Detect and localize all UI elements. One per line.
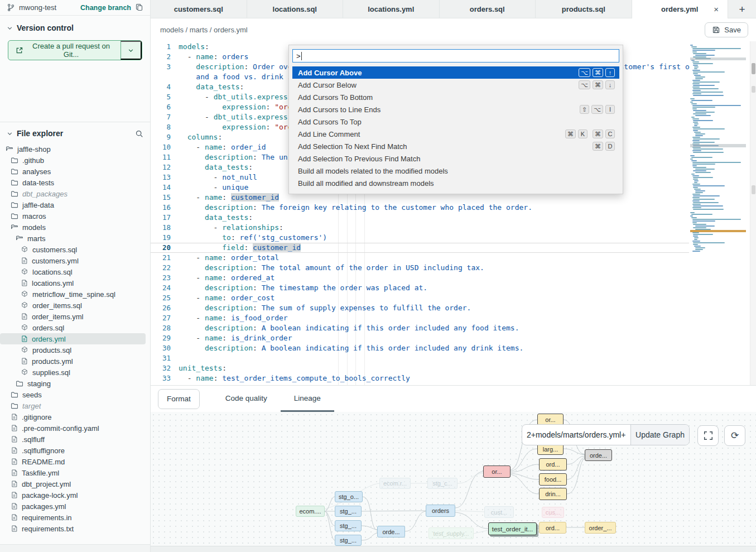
file-.gitignore[interactable]: .gitignore [0, 411, 146, 423]
chevron-down-icon[interactable] [7, 131, 13, 137]
lineage-node-ord[interactable]: ord... [539, 458, 567, 471]
editor-scrollbar[interactable] [750, 41, 756, 385]
lineage-node-food[interactable]: food... [539, 473, 567, 486]
lineage-node-stg_o[interactable]: stg_o... [335, 491, 363, 502]
lineage-filter-input[interactable]: 2+models/marts/orders.yml+ [522, 425, 630, 445]
lineage-node-orde[interactable]: orde... [585, 449, 612, 461]
palette-item[interactable]: Add Cursor Below⌥⌘↓ [292, 79, 619, 91]
command-palette-input[interactable]: > [292, 49, 619, 63]
code-line-20[interactable]: 20 field: customer_id [151, 243, 689, 253]
file-customers.sql[interactable]: customers.sql [0, 244, 146, 255]
tab-products.sql[interactable]: products.sql [536, 0, 632, 18]
palette-item[interactable]: Build all models related to the modified… [292, 165, 619, 177]
lineage-node-test_supply[interactable]: test_supply... [428, 527, 474, 539]
lineage-node-stg_[interactable]: stg_... [335, 520, 362, 531]
code-line-28[interactable]: 28 description: A boolean indicating if … [151, 323, 689, 333]
lineage-canvas[interactable]: ecom....stg_o...stg_...stg_...stg_...ord… [151, 412, 756, 546]
tab-code-quality[interactable]: Code quality [212, 386, 281, 412]
tab-locations.sql[interactable]: locations.sql [247, 0, 344, 18]
folder-staging[interactable]: staging [0, 378, 146, 389]
palette-item[interactable]: Build all modified and downstream models [292, 177, 619, 189]
lineage-node-test_order_it[interactable]: test_order_it... [488, 522, 537, 535]
fullscreen-button[interactable] [697, 425, 719, 446]
lineage-node-order_[interactable]: order_... [585, 522, 616, 534]
file-orders.sql[interactable]: orders.sql [0, 322, 146, 333]
folder-seeds[interactable]: seeds [0, 389, 146, 400]
new-tab-button[interactable]: + [739, 4, 745, 15]
palette-item[interactable]: Add Selection To Previous Find Match [292, 152, 619, 165]
file-order_items.sql[interactable]: order_items.sql [0, 300, 146, 311]
code-line-24[interactable]: 24 description: The timestamp the order … [151, 283, 689, 293]
format-button[interactable]: Format [158, 389, 200, 409]
code-line-16[interactable]: 16 description: The foreign key relating… [151, 203, 689, 213]
code-line-31[interactable]: 31 [151, 353, 689, 363]
create-pr-button[interactable]: Create a pull request on Git... [8, 41, 121, 60]
file-products.sql[interactable]: products.sql [0, 344, 146, 356]
tab-customers.sql[interactable]: customers.sql [151, 0, 247, 18]
code-line-18[interactable]: 18 - relationships: [151, 223, 689, 233]
folder-dbt_packages[interactable]: dbt_packages [0, 188, 146, 199]
sidebar-scrollbar[interactable] [0, 544, 150, 552]
lineage-node-ecom[interactable]: ecom.... [296, 506, 325, 517]
code-line-29[interactable]: 29 - name: is_drink_order [151, 333, 689, 343]
refresh-button[interactable]: ⟳ [724, 425, 745, 446]
code-line-23[interactable]: 23 - name: ordered_at [151, 273, 689, 283]
file-supplies.sql[interactable]: supplies.sql [0, 367, 146, 378]
file-requirements.in[interactable]: requirements.in [0, 512, 146, 523]
file-metricflow_time_spine.sql[interactable]: metricflow_time_spine.sql [0, 289, 146, 300]
file-.sqlfluffignore[interactable]: .sqlfluffignore [0, 445, 146, 456]
palette-item[interactable]: Add Cursor Above⌥⌘↑ [292, 66, 619, 79]
code-line-25[interactable]: 25 - name: order_cost [151, 293, 689, 303]
code-line-22[interactable]: 22 description: The total amount of the … [151, 263, 689, 273]
folder-analyses[interactable]: analyses [0, 166, 146, 177]
folder-data-tests[interactable]: data-tests [0, 177, 146, 188]
folder-jaffle-data[interactable]: jaffle-data [0, 199, 146, 210]
tab-orders.sql[interactable]: orders.sql [440, 0, 536, 18]
update-graph-button[interactable]: Update Graph [630, 425, 689, 445]
file-locations.yml[interactable]: locations.yml [0, 277, 146, 289]
palette-item[interactable]: Add Cursors To Bottom [292, 91, 619, 103]
file-dbt_project.yml[interactable]: dbt_project.yml [0, 478, 146, 489]
lineage-node-orders[interactable]: orders [426, 505, 455, 517]
file-.pre-commit-config.yaml[interactable]: .pre-commit-config.yaml [0, 423, 146, 434]
folder-jaffle-shop[interactable]: jaffle-shop [0, 143, 146, 155]
code-line-17[interactable]: 17 data_tests: [151, 213, 689, 223]
change-branch-link[interactable]: Change branch [80, 4, 131, 12]
palette-item[interactable]: Add Selection To Next Find Match⌘D [292, 140, 619, 152]
copy-icon[interactable] [135, 3, 143, 12]
lineage-scrollbar[interactable] [151, 546, 756, 552]
code-line-27[interactable]: 27 - name: is_food_order [151, 313, 689, 323]
search-icon[interactable] [135, 129, 143, 138]
code-line-32[interactable]: 32unit_tests: [151, 363, 689, 373]
lineage-node-or[interactable]: or... [537, 414, 564, 425]
create-pr-dropdown-button[interactable] [121, 41, 142, 60]
file-orders.yml[interactable]: orders.yml [0, 333, 146, 344]
lineage-node-cust[interactable]: cust... [484, 506, 514, 518]
lineage-node-stg_c[interactable]: stg_c... [427, 478, 458, 489]
lineage-node-or[interactable]: or... [483, 465, 511, 478]
lineage-node-ord[interactable]: ord... [539, 522, 566, 534]
tab-locations.yml[interactable]: locations.yml [343, 0, 440, 18]
code-line-21[interactable]: 21 - name: order_total [151, 253, 689, 263]
lineage-node-ecomr[interactable]: ecom.r... [379, 478, 411, 489]
code-line-19[interactable]: 19 to: ref('stg_customers') [151, 233, 689, 243]
file-README.md[interactable]: README.md [0, 456, 146, 467]
file-requirements.txt[interactable]: requirements.txt [0, 523, 146, 534]
save-button[interactable]: Save [705, 22, 748, 37]
folder-models[interactable]: models [0, 222, 146, 233]
tab-close-icon[interactable]: × [714, 4, 719, 14]
lineage-node-cus[interactable]: cus... [542, 507, 564, 518]
file-packages.yml[interactable]: packages.yml [0, 501, 146, 512]
code-line-33[interactable]: 33 - name: test_order_items_compute_to_b… [151, 373, 689, 383]
file-Taskfile.yml[interactable]: Taskfile.yml [0, 467, 146, 478]
file-package-lock.yml[interactable]: package-lock.yml [0, 489, 146, 501]
palette-item[interactable]: Add Line Comment⌘K⌘C [292, 128, 619, 140]
scrollbar-thumb[interactable] [752, 63, 755, 74]
tab-lineage[interactable]: Lineage [281, 386, 334, 412]
minimap[interactable] [690, 45, 746, 257]
file-customers.yml[interactable]: customers.yml [0, 255, 146, 266]
chevron-down-icon[interactable] [7, 25, 13, 31]
palette-item[interactable]: Add Cursors to Line Ends⇧⌥I [292, 103, 619, 116]
code-line-30[interactable]: 30 description: A boolean indicating if … [151, 343, 689, 353]
folder-target[interactable]: target [0, 400, 146, 411]
